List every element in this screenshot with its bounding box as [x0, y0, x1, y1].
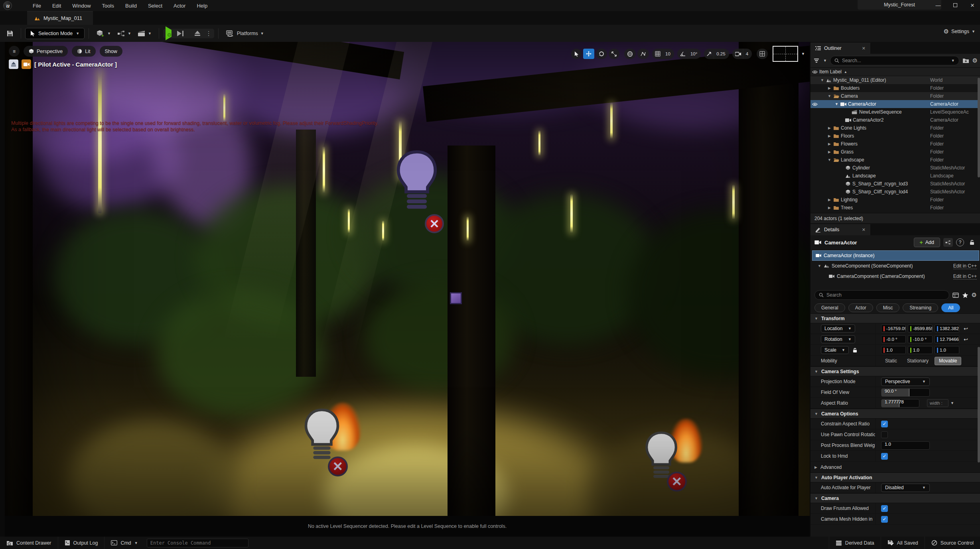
table-row-selected[interactable]: ▼CameraActorCameraActor [810, 100, 980, 108]
play-button[interactable] [166, 30, 172, 37]
minimize-button[interactable]: — [931, 0, 945, 10]
move-tool-icon[interactable] [583, 49, 594, 59]
location-z-field[interactable]: 1382.3824 [935, 325, 959, 333]
close-button[interactable]: ✕ [966, 0, 979, 10]
quad-view-icon[interactable] [757, 49, 768, 59]
table-row[interactable]: ▼LandscapeFolder [810, 156, 980, 164]
rotation-x-field[interactable]: -0.0 ° [881, 335, 906, 343]
scale-z-field[interactable]: 1.0 [935, 346, 959, 354]
scale-x-field[interactable]: 1.0 [881, 346, 906, 354]
section-camera-settings[interactable]: ▼Camera Settings [810, 366, 980, 376]
lock-hmd-checkbox[interactable]: ✓ [881, 453, 888, 460]
launch-button[interactable] [195, 31, 200, 36]
section-transform[interactable]: ▼Transform [810, 313, 980, 323]
rotation-snap-value[interactable]: 10° [687, 49, 701, 59]
outliner-scrollbar[interactable] [978, 78, 980, 177]
table-row[interactable]: ▶Cone LightsFolder [810, 124, 980, 132]
add-component-button[interactable]: +Add [914, 238, 940, 247]
menu-build[interactable]: Build [120, 1, 142, 11]
mobility-static[interactable]: Static [881, 357, 901, 365]
settings-dropdown[interactable]: ⚙ Settings ▼ [943, 28, 975, 35]
mobility-movable[interactable]: Movable [935, 357, 961, 365]
scale-lock-icon[interactable] [853, 348, 857, 353]
console-command-input[interactable]: Enter Console Command [147, 539, 248, 547]
row-advanced[interactable]: ▶Advanced [810, 462, 980, 472]
show-dropdown[interactable]: Show [100, 46, 122, 57]
content-drawer-button[interactable]: Content Drawer [0, 537, 58, 549]
col-item-label[interactable]: Item Label [819, 69, 842, 75]
location-x-field[interactable]: -16759.09 [881, 325, 906, 333]
component-row[interactable]: ▼ SceneComponent (SceneComponent) Edit i… [810, 261, 980, 271]
platforms-dropdown[interactable]: Platforms ▼ [223, 28, 267, 39]
scale-dropdown[interactable]: Scale▼ [821, 346, 849, 354]
camera-speed-value[interactable]: 4 [742, 49, 752, 59]
table-row[interactable]: LandscapeLandscape [810, 172, 980, 180]
details-settings-icon[interactable]: ⚙ [972, 291, 977, 299]
tab-details[interactable]: Details ✕ [810, 224, 870, 235]
surface-snap-icon[interactable] [637, 49, 649, 59]
filter-chevron-icon[interactable]: ▼ [823, 59, 827, 63]
derived-data-button[interactable]: Derived Data [829, 537, 881, 549]
filter-icon[interactable] [814, 58, 820, 63]
menu-file[interactable]: File [27, 1, 47, 11]
search-chevron-icon[interactable]: ▼ [951, 59, 955, 63]
scale-tool-icon[interactable] [609, 49, 619, 59]
camera-preview-box[interactable] [773, 46, 798, 62]
location-dropdown[interactable]: Location▼ [821, 325, 855, 333]
projection-mode-dropdown[interactable]: Perspective▼ [881, 378, 930, 386]
eye-icon[interactable] [812, 102, 818, 106]
table-row[interactable]: NewLevelSequenceLevelSequenceAc [810, 108, 980, 116]
edit-in-cpp-link[interactable]: Edit in C++ [953, 274, 977, 279]
category-streaming[interactable]: Streaming [903, 303, 938, 312]
table-row[interactable]: CameraActor2CameraActor [810, 116, 980, 124]
constrain-aspect-checkbox[interactable]: ✓ [881, 421, 888, 427]
tab-level[interactable]: Mystic_Map_011 [27, 11, 93, 25]
auto-activate-dropdown[interactable]: Disabled▼ [881, 484, 930, 492]
stop-piloting-icon[interactable] [9, 59, 18, 69]
blueprints-button[interactable]: ▼ [114, 28, 134, 39]
category-actor[interactable]: Actor [848, 303, 873, 312]
table-row[interactable]: ▶FloorsFolder [810, 132, 980, 140]
cmd-dropdown[interactable]: Cmd ▼ [105, 537, 144, 549]
table-row[interactable]: ▼Mystic_Map_011 (Editor)World [810, 76, 980, 84]
section-auto-player-activation[interactable]: ▼Auto Player Activation [810, 472, 980, 482]
revert-icon[interactable]: ↩ [964, 336, 968, 342]
menu-tools[interactable]: Tools [97, 1, 120, 11]
category-all[interactable]: All [941, 303, 960, 312]
pawn-rotation-checkbox[interactable] [881, 431, 888, 438]
rotation-y-field[interactable]: -10.0 ° [908, 335, 933, 343]
draw-frustum-checkbox[interactable]: ✓ [881, 505, 888, 512]
rotation-dropdown[interactable]: Rotation▼ [821, 335, 855, 343]
tab-outliner[interactable]: Outliner ✕ [810, 43, 870, 54]
all-saved-button[interactable]: All Saved [881, 537, 925, 549]
world-space-icon[interactable] [624, 49, 636, 59]
category-general[interactable]: General [814, 303, 845, 312]
scale-y-field[interactable]: 1.0 [908, 346, 933, 354]
table-row[interactable]: ▶TreesFolder [810, 204, 980, 212]
rotation-z-field[interactable]: 12.794662 [935, 335, 959, 343]
help-icon[interactable]: ? [956, 238, 964, 246]
lit-dropdown[interactable]: Lit [72, 46, 95, 57]
perspective-dropdown[interactable]: Perspective [24, 46, 68, 57]
edit-in-cpp-link[interactable]: Edit in C++ [953, 263, 977, 269]
select-tool-icon[interactable] [571, 49, 582, 59]
details-scrollbar[interactable] [978, 347, 980, 462]
display-filter-icon[interactable] [952, 293, 959, 298]
camera-mesh-hidden-checkbox[interactable]: ✓ [881, 516, 888, 523]
close-icon[interactable]: ✕ [862, 46, 866, 51]
fov-slider[interactable]: 90.0 ° [881, 388, 930, 397]
outliner-settings-icon[interactable]: ⚙ [972, 57, 978, 64]
close-icon[interactable]: ✕ [862, 227, 866, 232]
category-misc[interactable]: Misc [876, 303, 900, 312]
table-row[interactable]: ▶GrassFolder [810, 148, 980, 156]
blend-weight-field[interactable]: 1.0 [881, 441, 930, 450]
maximize-button[interactable] [948, 0, 962, 10]
aspect-unit-chevron-icon[interactable]: ▼ [950, 401, 954, 405]
menu-help[interactable]: Help [191, 1, 213, 11]
menu-window[interactable]: Window [67, 1, 96, 11]
eye-column-icon[interactable] [810, 70, 819, 74]
details-search-input[interactable]: Search [814, 290, 949, 300]
aspect-ratio-field[interactable]: 1.777778 [881, 399, 919, 407]
mobility-stationary[interactable]: Stationary [903, 357, 933, 365]
output-log-button[interactable]: Output Log [58, 537, 105, 549]
